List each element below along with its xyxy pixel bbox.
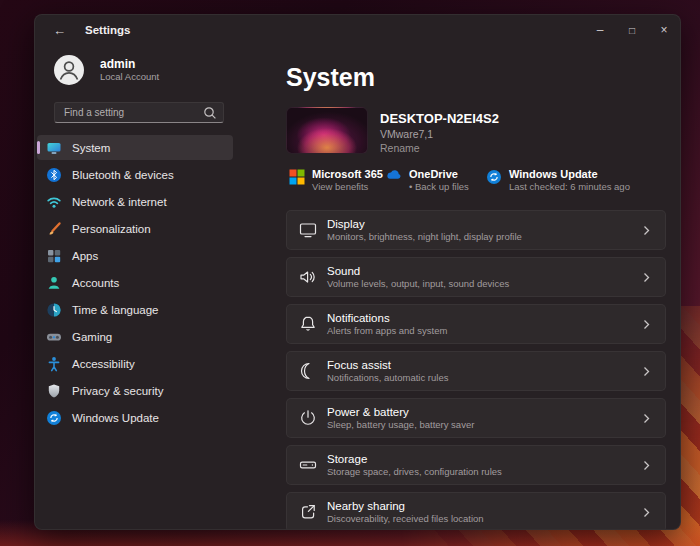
sidebar-item-time-language[interactable]: Time & language xyxy=(37,297,233,322)
crescent-moon-icon xyxy=(298,361,318,381)
settings-card-focus-assist[interactable]: Focus assist Notifications, automatic ru… xyxy=(286,351,666,391)
sidebar-item-gaming[interactable]: Gaming xyxy=(37,324,233,349)
share-icon xyxy=(298,502,318,522)
user-profile[interactable]: admin Local Account xyxy=(54,55,286,85)
storage-drive-icon xyxy=(298,455,318,475)
sidebar-item-privacy-security[interactable]: Privacy & security xyxy=(37,378,233,403)
account-type: Local Account xyxy=(100,71,159,83)
person-icon xyxy=(46,275,62,291)
avatar xyxy=(54,55,84,85)
promo-microsoft-365[interactable]: Microsoft 365 View benefits xyxy=(289,167,386,193)
view-benefits-link[interactable]: View benefits xyxy=(312,181,383,193)
device-header: DESKTOP-N2EI4S2 VMware7,1 Rename xyxy=(286,107,680,155)
device-model: VMware7,1 xyxy=(380,127,499,141)
search-input[interactable] xyxy=(55,107,201,118)
chevron-right-icon xyxy=(641,319,652,330)
rename-button[interactable]: Rename xyxy=(380,141,499,155)
promo-row: Microsoft 365 View benefits OneDrive • B… xyxy=(286,167,680,193)
chevron-right-icon xyxy=(641,413,652,424)
shield-icon xyxy=(46,383,62,399)
sidebar-item-accessibility[interactable]: Accessibility xyxy=(37,351,233,376)
last-checked-status: Last checked: 6 minutes ago xyxy=(509,181,630,193)
selection-indicator xyxy=(37,141,40,154)
sound-icon xyxy=(298,267,318,287)
page-title: System xyxy=(286,61,680,93)
game-controller-icon xyxy=(46,329,62,345)
minimize-button[interactable]: – xyxy=(584,15,616,45)
display-icon xyxy=(298,220,318,240)
clock-globe-icon xyxy=(46,302,62,318)
promo-windows-update[interactable]: Windows Update Last checked: 6 minutes a… xyxy=(486,167,630,193)
backup-files-link[interactable]: • Back up files xyxy=(409,181,469,193)
device-thumbnail xyxy=(286,107,368,154)
settings-card-nearby-sharing[interactable]: Nearby sharing Discoverability, received… xyxy=(286,492,666,530)
sidebar: admin Local Account xyxy=(35,45,286,530)
back-button[interactable]: ← xyxy=(53,23,73,38)
sidebar-item-windows-update[interactable]: Windows Update xyxy=(37,405,233,430)
sidebar-item-accounts[interactable]: Accounts xyxy=(37,270,233,295)
close-button[interactable]: × xyxy=(648,15,680,45)
device-name: DESKTOP-N2EI4S2 xyxy=(380,111,499,127)
bluetooth-icon xyxy=(46,167,62,183)
sidebar-item-bluetooth-devices[interactable]: Bluetooth & devices xyxy=(37,162,233,187)
sidebar-item-personalization[interactable]: Personalization xyxy=(37,216,233,241)
settings-card-power-battery[interactable]: Power & battery Sleep, battery usage, ba… xyxy=(286,398,666,438)
onedrive-cloud-icon xyxy=(386,169,402,185)
sidebar-nav: System Bluetooth & devices xyxy=(35,135,286,430)
chevron-right-icon xyxy=(641,507,652,518)
bell-icon xyxy=(298,314,318,334)
settings-window: ← Settings – □ × admin Local Account xyxy=(34,14,681,530)
sidebar-item-label: System xyxy=(72,142,110,154)
chevron-right-icon xyxy=(641,225,652,236)
maximize-button[interactable]: □ xyxy=(616,15,648,45)
windows-update-status-icon xyxy=(486,169,502,185)
main-content: System DESKTOP-N2EI4S2 VMware7,1 Rename xyxy=(286,45,680,530)
power-icon xyxy=(298,408,318,428)
chevron-right-icon xyxy=(641,272,652,283)
search-icon[interactable] xyxy=(201,104,219,122)
brush-icon xyxy=(46,221,62,237)
chevron-right-icon xyxy=(641,460,652,471)
app-title: Settings xyxy=(85,24,130,36)
apps-grid-icon xyxy=(46,248,62,264)
wifi-icon xyxy=(46,194,62,210)
search-box xyxy=(54,102,224,123)
promo-onedrive[interactable]: OneDrive • Back up files xyxy=(386,167,486,193)
chevron-right-icon xyxy=(641,366,652,377)
sidebar-item-system[interactable]: System xyxy=(37,135,233,160)
microsoft-logo-icon xyxy=(289,169,305,185)
sidebar-item-network-internet[interactable]: Network & internet xyxy=(37,189,233,214)
system-icon xyxy=(46,140,62,156)
settings-list: Display Monitors, brightness, night ligh… xyxy=(286,210,666,530)
settings-card-storage[interactable]: Storage Storage space, drives, configura… xyxy=(286,445,666,485)
windows-update-icon xyxy=(46,410,62,426)
accessibility-person-icon xyxy=(46,356,62,372)
sidebar-item-apps[interactable]: Apps xyxy=(37,243,233,268)
settings-card-sound[interactable]: Sound Volume levels, output, input, soun… xyxy=(286,257,666,297)
settings-card-notifications[interactable]: Notifications Alerts from apps and syste… xyxy=(286,304,666,344)
settings-card-display[interactable]: Display Monitors, brightness, night ligh… xyxy=(286,210,666,250)
user-name: admin xyxy=(100,57,159,71)
titlebar: ← Settings – □ × xyxy=(35,15,680,45)
